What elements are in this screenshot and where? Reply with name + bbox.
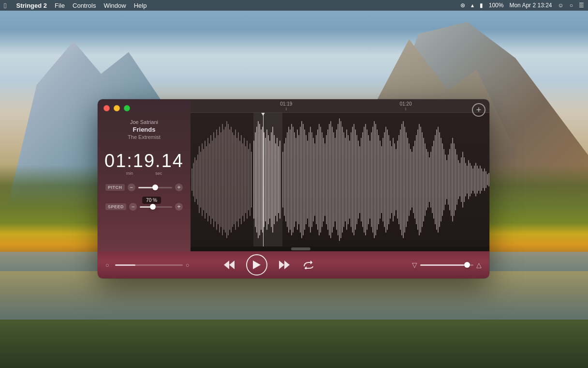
pitch-minus-button[interactable]: − [128, 184, 135, 191]
svg-rect-115 [361, 138, 362, 222]
speed-label: SPEED [105, 203, 126, 210]
svg-rect-1 [193, 163, 194, 197]
svg-rect-187 [465, 163, 466, 197]
time-tick-1 [286, 107, 286, 110]
window-menu[interactable]: Window [103, 2, 126, 9]
timer-sec-label: sec [155, 171, 162, 176]
svg-rect-85 [317, 130, 318, 230]
svg-rect-129 [381, 146, 382, 213]
svg-rect-52 [268, 135, 269, 224]
svg-marker-207 [279, 261, 284, 269]
pitch-slider[interactable] [138, 187, 173, 188]
svg-rect-124 [374, 121, 375, 238]
waveform-visualization [191, 113, 489, 246]
svg-rect-138 [394, 143, 395, 216]
waveform-container[interactable] [191, 113, 489, 246]
svg-rect-142 [400, 130, 401, 230]
svg-rect-133 [387, 130, 388, 230]
waveform-scrollbar[interactable] [191, 246, 489, 251]
svg-rect-102 [342, 127, 343, 233]
speed-slider-thumb[interactable] [150, 204, 156, 210]
svg-rect-170 [441, 138, 441, 222]
svg-rect-117 [364, 127, 365, 233]
svg-rect-201 [485, 171, 486, 188]
svg-rect-91 [326, 135, 327, 224]
svg-rect-59 [278, 146, 279, 213]
svg-rect-123 [372, 127, 373, 233]
search-icon[interactable]: ○ [105, 261, 109, 269]
svg-rect-189 [468, 160, 469, 199]
svg-rect-191 [471, 166, 472, 194]
svg-rect-70 [295, 138, 296, 222]
svg-rect-108 [351, 132, 352, 227]
svg-rect-62 [284, 143, 285, 216]
svg-rect-28 [232, 132, 233, 227]
user-icon[interactable]: ☺ [558, 2, 563, 9]
volume-thumb[interactable] [464, 262, 470, 268]
progress-bar[interactable] [115, 264, 183, 266]
svg-rect-157 [422, 132, 423, 227]
speed-slider[interactable] [140, 206, 172, 208]
timer-min-label: min [126, 171, 133, 176]
repeat-button[interactable] [301, 259, 316, 271]
svg-rect-68 [293, 127, 294, 233]
svg-rect-37 [245, 146, 246, 213]
forward-button[interactable] [277, 259, 292, 271]
svg-rect-200 [484, 169, 485, 191]
svg-rect-50 [265, 138, 266, 222]
svg-rect-36 [244, 138, 245, 222]
maximize-button[interactable] [124, 105, 130, 111]
pitch-control-row: PITCH − + [105, 184, 183, 191]
play-button[interactable] [246, 254, 267, 276]
close-button[interactable] [103, 105, 110, 111]
speed-badge-area: 70 % SPEED − + [105, 194, 183, 211]
svg-rect-35 [242, 143, 243, 216]
volume-slider[interactable] [420, 264, 473, 266]
svg-rect-113 [358, 141, 359, 219]
svg-rect-87 [320, 127, 321, 233]
app-name-menu[interactable]: Stringed 2 [16, 2, 47, 9]
svg-rect-186 [464, 157, 465, 202]
svg-rect-202 [487, 174, 488, 185]
speed-control-row: SPEED − + [105, 203, 183, 211]
track-album: The Extremist [103, 134, 185, 140]
apple-menu[interactable]:  [4, 1, 6, 10]
menu-icon[interactable]: ☰ [579, 2, 584, 9]
svg-rect-75 [303, 124, 304, 235]
speed-plus-button[interactable]: + [175, 203, 183, 211]
svg-rect-7 [202, 143, 203, 216]
svg-rect-199 [483, 171, 484, 188]
menubar:  Stringed 2 File Controls Window Help ⊛… [0, 0, 588, 11]
svg-rect-193 [474, 166, 475, 194]
search-menubar-icon[interactable]: ○ [570, 2, 573, 9]
minimize-button[interactable] [114, 105, 120, 111]
svg-rect-101 [340, 121, 341, 238]
svg-rect-158 [423, 138, 424, 222]
speed-minus-button[interactable]: − [129, 203, 137, 211]
svg-rect-162 [429, 157, 430, 202]
svg-rect-89 [323, 138, 324, 222]
svg-rect-8 [203, 149, 204, 211]
svg-rect-109 [352, 127, 353, 233]
svg-rect-40 [250, 143, 250, 216]
svg-rect-96 [333, 132, 334, 227]
svg-rect-16 [215, 138, 216, 222]
file-menu[interactable]: File [55, 2, 65, 9]
svg-rect-179 [454, 143, 455, 216]
track-info: Joe Satriani Friends The Extremist [98, 119, 191, 140]
svg-rect-83 [314, 143, 315, 216]
controls-menu[interactable]: Controls [73, 2, 96, 9]
svg-rect-84 [316, 135, 317, 224]
help-menu[interactable]: Help [134, 2, 147, 9]
scrollbar-thumb[interactable] [291, 247, 310, 250]
svg-rect-178 [452, 138, 453, 222]
svg-rect-188 [467, 166, 468, 194]
svg-rect-15 [213, 132, 214, 227]
pitch-plus-button[interactable]: + [175, 184, 183, 191]
svg-rect-25 [228, 124, 229, 235]
pitch-slider-thumb[interactable] [152, 184, 158, 190]
svg-rect-139 [396, 149, 397, 211]
timer-numbers: 01:19.14 [103, 152, 185, 170]
rewind-button[interactable] [222, 259, 236, 271]
battery-indicator: 100% [489, 2, 504, 9]
